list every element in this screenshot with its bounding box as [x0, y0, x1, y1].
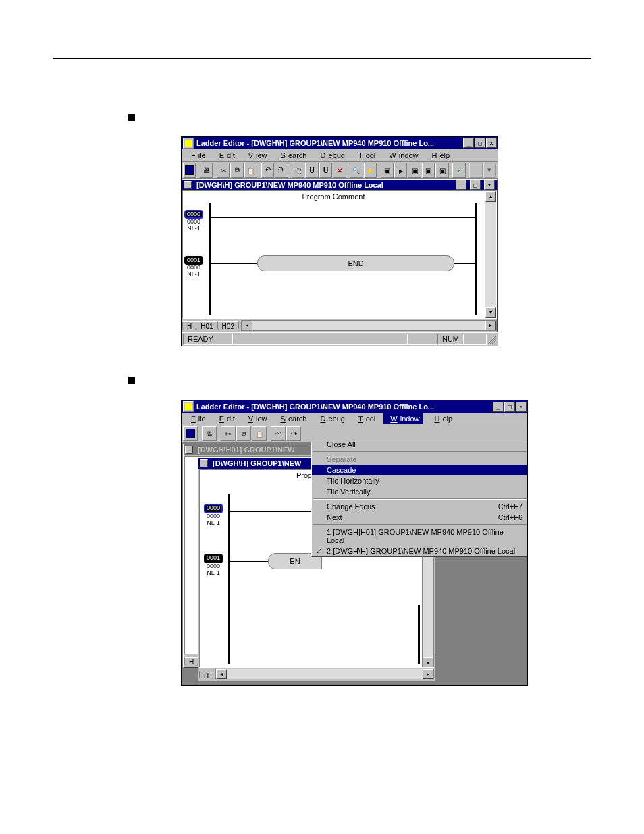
mdi-sys-icon[interactable]: [184, 181, 192, 189]
save-icon[interactable]: [183, 426, 198, 441]
cut-icon[interactable]: [217, 163, 230, 178]
find-icon[interactable]: [350, 163, 363, 178]
paste-icon[interactable]: [244, 163, 257, 178]
right-bus-rail-fragment: [418, 605, 420, 664]
close-button[interactable]: ×: [516, 402, 527, 412]
child1-titlebar[interactable]: [DWGH\H01] GROUP1\NEW: [184, 444, 316, 455]
end-block[interactable]: END: [257, 255, 454, 271]
child2-tab-h[interactable]: H: [199, 671, 213, 679]
scroll-left-icon[interactable]: ◂: [216, 669, 227, 679]
menu-debug[interactable]: Debug: [315, 413, 347, 424]
menu-item[interactable]: Cascade: [312, 465, 527, 475]
rung1-label[interactable]: 0001 0000 NL-1: [184, 256, 203, 279]
copy-icon[interactable]: [230, 163, 243, 178]
delete-icon[interactable]: [333, 163, 346, 178]
flash-icon[interactable]: [364, 163, 377, 178]
page-divider: [53, 58, 591, 59]
left-bus-rail: [228, 494, 230, 664]
vertical-scrollbar[interactable]: ▴ ▾: [485, 191, 496, 318]
menu-edit[interactable]: Edit: [214, 413, 238, 424]
check-icon[interactable]: [452, 163, 465, 178]
rung0-label[interactable]: 0000 0000 NL-1: [204, 504, 223, 527]
horizontal-scrollbar[interactable]: ◂ ▸: [241, 320, 497, 331]
menu-item[interactable]: Tile Vertically: [312, 486, 527, 497]
menu-view[interactable]: View: [243, 413, 270, 424]
element-u1-icon[interactable]: [305, 163, 318, 178]
overflow-icon[interactable]: ▾: [483, 163, 496, 178]
scroll-down-icon[interactable]: ▾: [423, 657, 433, 668]
menu-search[interactable]: Search: [275, 150, 310, 161]
cut-icon[interactable]: [221, 426, 236, 441]
print-icon[interactable]: [200, 163, 213, 178]
save-icon[interactable]: [183, 163, 196, 178]
menu-search[interactable]: Search: [275, 413, 310, 424]
minimize-button[interactable]: _: [493, 402, 504, 412]
horizontal-scrollbar[interactable]: ◂ ▸: [215, 669, 434, 679]
outer-titlebar[interactable]: Ladder Editor - [DWGH\H] GROUP1\NEW MP94…: [182, 400, 527, 413]
menu-help[interactable]: Help: [426, 150, 452, 161]
undo-icon[interactable]: [271, 426, 286, 441]
paste-icon[interactable]: [252, 426, 267, 441]
menu-help[interactable]: Help: [429, 413, 455, 424]
undo-icon[interactable]: [261, 163, 274, 178]
inner-titlebar[interactable]: [DWGH\H] GROUP1\NEW MP940 MP910 Offline …: [182, 180, 497, 190]
minimize-button[interactable]: _: [463, 138, 474, 148]
menu-item[interactable]: 1 [DWGH|H01] GROUP1\NEW MP940 MP910 Offl…: [312, 527, 527, 546]
outer-titlebar[interactable]: Ladder Editor - [DWGH\H] GROUP1\NEW MP94…: [182, 137, 498, 149]
rung0-line: [211, 217, 477, 218]
screenshot2-window: Ladder Editor - [DWGH\H] GROUP1\NEW MP94…: [181, 400, 528, 686]
status-scrl: [464, 334, 487, 345]
child1-tab-h[interactable]: H: [184, 657, 198, 666]
menu-file[interactable]: File: [186, 413, 209, 424]
menu-tool[interactable]: Tool: [353, 413, 378, 424]
menu-item[interactable]: Change FocusCtrl+F7: [312, 501, 527, 512]
scroll-up-icon[interactable]: ▴: [485, 191, 496, 202]
scroll-right-icon[interactable]: ▸: [423, 669, 433, 679]
tab-h02[interactable]: H02: [217, 321, 239, 330]
menu-file[interactable]: File: [186, 150, 209, 161]
mdi-sys-icon[interactable]: [185, 446, 193, 454]
inner-close-button[interactable]: ×: [484, 180, 495, 190]
pointer-icon[interactable]: [292, 163, 304, 178]
menu-window-open[interactable]: Window: [383, 413, 423, 424]
box3-icon[interactable]: [422, 163, 435, 178]
redo-icon[interactable]: [275, 163, 288, 178]
menu-item[interactable]: 2 [DWGH\H] GROUP1\NEW MP940 MP910 Offlin…: [312, 546, 527, 556]
maximize-button[interactable]: □: [475, 138, 485, 148]
box1-icon[interactable]: [381, 163, 394, 178]
maximize-button[interactable]: □: [504, 402, 515, 412]
inner-maximize-button[interactable]: □: [470, 180, 481, 190]
menu-item[interactable]: NextCtrl+F6: [312, 512, 527, 523]
copy-icon[interactable]: [236, 426, 251, 441]
menu-window[interactable]: Window: [383, 150, 421, 161]
print-icon[interactable]: [202, 426, 217, 441]
menu-item-label: 1 [DWGH|H01] GROUP1\NEW MP940 MP910 Offl…: [327, 528, 522, 544]
menu-view[interactable]: View: [243, 150, 270, 161]
outer-title: Ladder Editor - [DWGH\H] GROUP1\NEW MP94…: [196, 139, 434, 147]
menu-tool[interactable]: Tool: [353, 150, 378, 161]
scroll-left-icon[interactable]: ◂: [242, 321, 252, 330]
resize-grip-icon[interactable]: [487, 334, 496, 344]
menu-item[interactable]: Tile Horizontally: [312, 475, 527, 486]
menu-item-label: Close All: [327, 442, 356, 448]
play-icon[interactable]: [394, 163, 407, 178]
ladder-canvas[interactable]: Program Comment ▴ ▾ 0000 0000 NL-1: [182, 190, 497, 319]
element-u2-icon[interactable]: [319, 163, 332, 178]
menu-edit[interactable]: Edit: [214, 150, 238, 161]
menu-debug[interactable]: Debug: [315, 150, 347, 161]
tab-h01[interactable]: H01: [196, 321, 217, 330]
scroll-right-icon[interactable]: ▸: [485, 321, 496, 330]
scroll-down-icon[interactable]: ▾: [485, 307, 496, 318]
status-cap: [408, 334, 437, 345]
redo-icon[interactable]: [286, 426, 301, 441]
tab-h[interactable]: H: [182, 321, 196, 330]
rung0-label[interactable]: 0000 0000 NL-1: [184, 210, 203, 233]
mdi-sys-icon[interactable]: [200, 459, 208, 467]
rung1-label[interactable]: 0001 0000 NL-1: [204, 554, 223, 577]
box2-icon[interactable]: [408, 163, 421, 178]
inner-minimize-button[interactable]: _: [456, 180, 466, 190]
menu-item[interactable]: Close All: [312, 442, 527, 450]
menu-item-label: Cascade: [327, 466, 356, 474]
box4-icon[interactable]: [435, 163, 448, 178]
close-button[interactable]: ×: [486, 138, 497, 148]
